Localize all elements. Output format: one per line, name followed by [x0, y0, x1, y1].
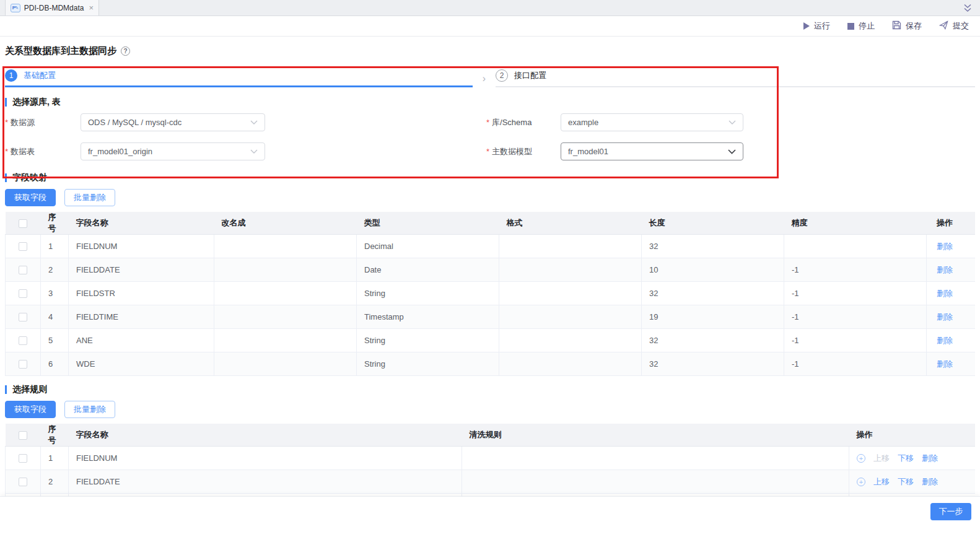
batch-delete-button[interactable]: 批量删除 — [64, 189, 115, 206]
delete-link[interactable]: 删除 — [937, 289, 953, 298]
field-name-cell: FIELDNUM — [69, 447, 462, 470]
master-model-label: * 主数据模型 — [486, 146, 561, 157]
chevron-down-icon — [728, 120, 736, 125]
tab-bar: P✎ PDI-DB-MDMdata × — [0, 0, 980, 16]
row-index: 5 — [41, 329, 69, 352]
master-model-select[interactable]: fr_model01 — [561, 142, 743, 160]
format-cell[interactable] — [499, 235, 642, 258]
tab-close-icon[interactable]: × — [89, 3, 94, 12]
table-header-row: 序号 字段名称 清洗规则 操作 — [6, 424, 976, 447]
delete-link[interactable]: 删除 — [937, 265, 953, 274]
save-button[interactable]: 保存 — [892, 20, 922, 32]
schema-select[interactable]: example — [561, 113, 743, 131]
select-all-checkbox[interactable] — [19, 219, 27, 228]
run-button[interactable]: 运行 — [803, 20, 830, 32]
row-index: 1 — [41, 447, 69, 470]
section-accent-bar — [5, 173, 7, 182]
delete-link[interactable]: 删除 — [937, 242, 953, 251]
batch-delete-button[interactable]: 批量删除 — [64, 401, 115, 418]
length-cell: 10 — [642, 258, 784, 282]
row-checkbox[interactable] — [19, 266, 27, 274]
type-cell: String — [357, 352, 499, 376]
precision-cell: -1 — [784, 352, 927, 376]
section-choose-source: 选择源库, 表 — [5, 97, 975, 108]
table-row: 1 FIELDNUM Decimal 32 删除 — [6, 235, 976, 258]
next-step-button[interactable]: 下一步 — [930, 503, 971, 520]
double-chevron-down-icon[interactable] — [963, 3, 973, 15]
section-choose-rules: 选择规则 — [5, 384, 975, 395]
delete-link[interactable]: 删除 — [937, 312, 953, 321]
clean-rules-cell[interactable] — [462, 470, 849, 494]
select-all-checkbox[interactable] — [19, 431, 27, 440]
step-number-badge: 1 — [5, 69, 17, 82]
submit-button[interactable]: 提交 — [939, 20, 969, 32]
page-title: 关系型数据库到主数据同步 — [5, 45, 116, 57]
format-cell[interactable] — [499, 258, 642, 282]
row-checkbox[interactable] — [19, 478, 27, 486]
rename-cell[interactable] — [214, 235, 357, 258]
move-down-link[interactable]: 下移 — [898, 453, 914, 464]
delete-link[interactable]: 删除 — [922, 453, 938, 464]
format-cell[interactable] — [499, 282, 642, 305]
table-row: 3 FIELDSTR String 32 -1 删除 — [6, 282, 976, 305]
type-cell: Date — [357, 258, 499, 282]
help-icon[interactable]: ? — [121, 46, 130, 56]
format-cell[interactable] — [499, 352, 642, 376]
datasource-label: * 数据源 — [5, 117, 81, 128]
rename-cell[interactable] — [214, 305, 357, 329]
clean-rules-cell[interactable] — [462, 447, 849, 470]
precision-cell: -1 — [784, 305, 927, 329]
delete-link[interactable]: 删除 — [922, 476, 938, 487]
rename-cell[interactable] — [214, 352, 357, 376]
section-field-mapping: 字段映射 — [5, 172, 975, 183]
delete-link[interactable]: 删除 — [937, 359, 953, 369]
datasource-select[interactable]: ODS / MySQL / mysql-cdc — [81, 113, 265, 131]
rename-cell[interactable] — [214, 329, 357, 352]
move-up-link[interactable]: 上移 — [873, 476, 890, 487]
action-toolbar: 运行 停止 保存 提交 — [0, 16, 980, 37]
rename-cell[interactable] — [214, 258, 357, 282]
add-rule-icon[interactable]: + — [857, 478, 865, 486]
row-checkbox[interactable] — [19, 454, 27, 463]
fetch-fields-button[interactable]: 获取字段 — [5, 401, 56, 418]
table-row: 4 FIELDTIME Timestamp 19 -1 删除 — [6, 305, 976, 329]
format-cell[interactable] — [499, 305, 642, 329]
field-name-cell: FIELDTIME — [69, 305, 214, 329]
row-index: 1 — [41, 235, 69, 258]
row-checkbox[interactable] — [19, 336, 27, 345]
table-row: 2 FIELDDATE + 上移 下移 删除 — [6, 470, 976, 494]
row-checkbox[interactable] — [19, 360, 27, 369]
fetch-fields-button[interactable]: 获取字段 — [5, 189, 56, 206]
length-cell: 32 — [642, 282, 784, 305]
footer-bar: 下一步 — [0, 496, 980, 542]
table-row: 6 WDE String 32 -1 删除 — [6, 352, 976, 376]
delete-link[interactable]: 删除 — [937, 336, 953, 345]
table-select[interactable]: fr_model01_origin — [81, 142, 265, 160]
table-label: * 数据表 — [5, 146, 81, 157]
stop-button[interactable]: 停止 — [847, 20, 875, 32]
chevron-down-icon — [250, 120, 258, 125]
rename-cell[interactable] — [214, 282, 357, 305]
section-accent-bar — [5, 98, 7, 107]
step-number-badge: 2 — [496, 69, 508, 82]
row-checkbox[interactable] — [19, 242, 27, 251]
step-basic-config[interactable]: 1 基础配置 — [5, 69, 473, 87]
field-name-cell: FIELDDATE — [69, 258, 214, 282]
type-cell: Timestamp — [357, 305, 499, 329]
add-rule-icon[interactable]: + — [857, 454, 865, 463]
row-checkbox[interactable] — [19, 289, 27, 298]
row-index: 2 — [41, 258, 69, 282]
format-cell[interactable] — [499, 329, 642, 352]
tab-pdi-db-mdmdata[interactable]: P✎ PDI-DB-MDMdata × — [5, 0, 99, 15]
move-down-link[interactable]: 下移 — [898, 476, 914, 487]
length-cell: 19 — [642, 305, 784, 329]
length-cell: 32 — [642, 329, 784, 352]
tab-label: PDI-DB-MDMdata — [24, 4, 84, 12]
precision-cell: -1 — [784, 282, 927, 305]
row-index: 6 — [41, 352, 69, 376]
paper-plane-icon — [939, 20, 948, 32]
step-interface-config[interactable]: 2 接口配置 — [496, 69, 975, 87]
row-index: 2 — [41, 470, 69, 494]
row-checkbox[interactable] — [19, 313, 27, 321]
stop-icon — [847, 23, 854, 30]
